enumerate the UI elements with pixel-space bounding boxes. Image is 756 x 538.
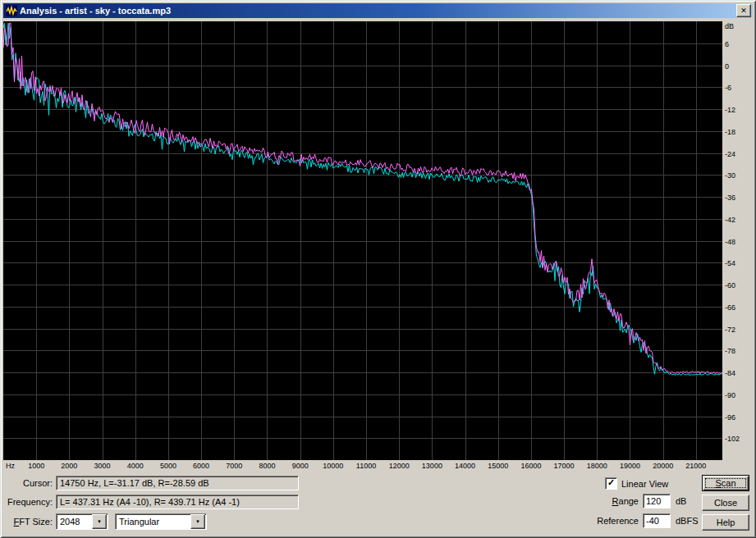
db-tick-label: -42 [725, 216, 735, 224]
hz-tick-label: 16000 [520, 462, 541, 470]
range-input[interactable]: 120 [643, 494, 671, 508]
fft-window-dropdown-button[interactable]: ▼ [190, 514, 205, 529]
frequency-readout[interactable]: L= 437.31 Hz (A4 -10), R= 439.71 Hz (A4 … [56, 495, 299, 509]
fft-window-select[interactable]: Triangular ▼ [115, 513, 207, 530]
hz-tick-label: 6000 [193, 462, 209, 470]
linear-view-label: Linear View [621, 479, 668, 489]
db-tick-label: -60 [725, 281, 735, 290]
db-tick-label: -96 [725, 413, 735, 422]
fft-size-label-rest: FT Size: [19, 517, 53, 527]
hz-tick-label: 5000 [160, 462, 176, 470]
fft-size-dropdown-button[interactable]: ▼ [92, 514, 107, 529]
analysis-window: Analysis - artist - sky - toccata.mp3 ✕ … [0, 0, 756, 538]
scan-button[interactable]: Scan [702, 475, 749, 491]
titlebar[interactable]: Analysis - artist - sky - toccata.mp3 ✕ [3, 3, 753, 18]
cursor-readout[interactable]: 14750 Hz, L=-31.17 dB, R=-28.59 dB [56, 476, 299, 490]
hz-tick-label: 21000 [685, 462, 706, 470]
db-tick-label: -72 [725, 326, 735, 334]
hz-tick-label: 17000 [554, 462, 575, 470]
hz-tick-label: 14000 [455, 462, 475, 470]
fft-size-label: FFT Size: [3, 517, 53, 527]
db-tick-label: -102 [725, 435, 740, 443]
hz-tick-label: 15000 [488, 462, 508, 470]
reference-unit-label: dBFS [676, 516, 699, 526]
frequency-label: Frequency: [3, 497, 53, 507]
window-title: Analysis - artist - sky - toccata.mp3 [20, 6, 736, 16]
db-tick-label: -30 [725, 171, 735, 180]
hz-tick-label: 12000 [389, 462, 410, 470]
hz-tick-label: 4000 [127, 462, 144, 470]
db-tick-label: -36 [725, 194, 735, 202]
range-label: Range [568, 496, 639, 506]
hz-tick-label: 20000 [653, 462, 673, 470]
db-tick-label: -78 [725, 347, 735, 355]
hz-tick-label: 19000 [620, 462, 640, 470]
db-tick-label: -66 [725, 303, 735, 312]
chevron-down-icon: ▼ [195, 519, 200, 524]
hz-tick-label: 8000 [259, 462, 275, 470]
spectrum-plot[interactable] [3, 21, 722, 460]
db-tick-label: -84 [725, 369, 735, 377]
db-axis-unit: dB [725, 22, 734, 30]
scan-button-label-mnemonic: S [715, 478, 721, 488]
db-tick-label: -54 [725, 259, 735, 267]
hz-tick-label: 1000 [28, 462, 44, 470]
db-tick-label: -24 [725, 150, 735, 158]
cursor-label: Cursor: [3, 478, 53, 488]
range-label-mnemonic: R [612, 496, 619, 506]
hz-tick-label: 10000 [323, 462, 343, 470]
close-icon: ✕ [740, 7, 747, 15]
hz-tick-label: 9000 [292, 462, 309, 470]
db-axis: dB 60-6-12-18-24-30-36-42-48-54-60-66-72… [724, 21, 754, 460]
fft-size-value: 2048 [57, 517, 91, 527]
hz-tick-label: 7000 [226, 462, 242, 470]
hz-tick-label: 13000 [422, 462, 442, 470]
db-tick-label: 0 [725, 62, 729, 71]
spectrum-svg [3, 21, 722, 460]
fft-window-value: Triangular [116, 517, 190, 527]
range-unit-label: dB [676, 496, 686, 506]
close-button[interactable]: ✕ [736, 4, 751, 17]
range-label-rest: ange [619, 496, 639, 506]
help-button-label: Help [717, 517, 735, 527]
reference-input[interactable]: -40 [643, 513, 671, 528]
db-tick-label: -12 [725, 106, 735, 114]
checkmark-icon: ✓ [607, 478, 615, 487]
close-button-label: Close [714, 498, 737, 508]
scan-button-label: can [722, 478, 736, 488]
hz-tick-label: 3000 [94, 462, 111, 470]
linear-view-checkbox[interactable]: ✓ Linear View [605, 477, 668, 490]
control-panel: Cursor: 14750 Hz, L=-31.17 dB, R=-28.59 … [3, 474, 753, 535]
db-tick-label: 6 [725, 40, 729, 48]
help-button[interactable]: Help [702, 514, 749, 531]
db-tick-label: -48 [725, 238, 735, 246]
checkbox-box: ✓ [605, 477, 617, 490]
hz-tick-label: 11000 [356, 462, 376, 470]
chevron-down-icon: ▼ [97, 519, 102, 524]
db-tick-label: -90 [725, 391, 735, 399]
db-tick-label: -6 [725, 84, 731, 92]
fft-size-select[interactable]: 2048 ▼ [56, 513, 108, 530]
hz-axis: Hz 1000200030004000500060007000800090001… [3, 462, 753, 472]
hz-tick-label: 2000 [61, 462, 77, 470]
close-dialog-button[interactable]: Close [702, 495, 749, 511]
db-tick-label: -18 [725, 128, 735, 136]
hz-axis-unit: Hz [6, 462, 15, 470]
hz-tick-label: 18000 [587, 462, 607, 470]
reference-label: Reference [568, 516, 639, 526]
app-icon[interactable] [6, 5, 17, 16]
